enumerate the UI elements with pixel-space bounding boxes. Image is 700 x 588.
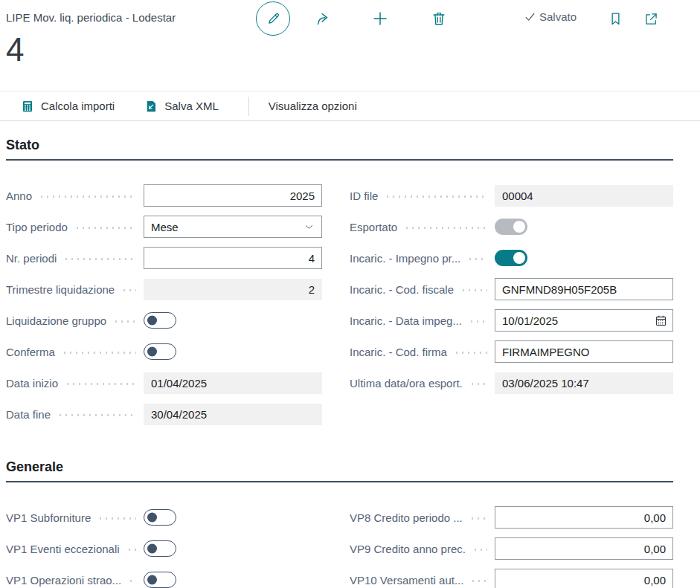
popout-icon	[643, 11, 659, 27]
field-ultima-esport: Ultima data/ora esport. 03/06/2025 10:47	[350, 367, 673, 398]
esportato-label: Esportato	[350, 221, 397, 233]
share-icon	[314, 10, 332, 28]
page-content: Stato Anno Tipo periodo Mese	[6, 121, 673, 588]
page-title: 4	[6, 31, 25, 68]
field-vp1-eventi: VP1 Eventi eccezionali	[6, 533, 322, 564]
field-trimestre: Trimestre liquidazione 2	[6, 274, 322, 305]
breadcrumb[interactable]: LIPE Mov. liq. periodica - Lodestar	[6, 11, 176, 24]
action-bar-divider	[248, 97, 249, 116]
liquidazione-gruppo-label: Liquidazione gruppo	[6, 314, 106, 327]
ultima-esport-value: 03/06/2025 10:47	[495, 372, 673, 394]
delete-button[interactable]	[429, 9, 449, 28]
bookmark-button[interactable]	[606, 9, 625, 28]
vp8-input[interactable]	[495, 506, 673, 529]
vp1-eventi-label: VP1 Eventi eccezionali	[6, 543, 120, 555]
vp8-label: VP8 Credito periodo ...	[350, 511, 463, 524]
field-id-file: ID file 00004	[350, 180, 673, 211]
field-conferma: Conferma	[6, 336, 322, 367]
nr-periodi-input[interactable]	[144, 247, 322, 269]
cod-fiscale-input[interactable]	[495, 278, 673, 300]
dotted-leader	[469, 517, 487, 520]
field-vp1-operazioni: VP1 Operazioni strao...	[6, 564, 322, 588]
dotted-leader	[472, 549, 487, 551]
dotted-leader	[469, 383, 487, 385]
saved-label: Salvato	[539, 10, 577, 23]
visualizza-opzioni-action[interactable]: Visualizza opzioni	[269, 100, 357, 112]
salva-xml-label: Salva XML	[164, 100, 219, 112]
cod-fiscale-label: Incaric. - Cod. fiscale	[350, 283, 454, 296]
section-heading-generale[interactable]: Generale	[6, 459, 673, 482]
check-icon	[524, 10, 536, 23]
nr-periodi-label: Nr. periodi	[6, 252, 57, 265]
bookmark-icon	[608, 11, 623, 27]
anno-input[interactable]	[144, 184, 322, 207]
open-in-window-button[interactable]	[641, 9, 661, 28]
vp10-label: VP10 Versamenti aut...	[350, 574, 463, 587]
calendar-button[interactable]	[652, 312, 669, 329]
dotted-leader	[57, 414, 136, 416]
calcola-importi-action[interactable]: Calcola importi	[21, 100, 115, 113]
dotted-leader	[128, 580, 136, 582]
action-bar: Calcola importi Salva XML Visualizza opz…	[0, 91, 700, 121]
conferma-toggle[interactable]	[144, 343, 176, 360]
trimestre-label: Trimestre liquidazione	[6, 283, 115, 296]
salva-xml-action[interactable]: Salva XML	[144, 100, 219, 113]
dotted-leader	[460, 289, 487, 291]
field-liquidazione-gruppo: Liquidazione gruppo	[6, 305, 322, 336]
anno-label: Anno	[6, 190, 32, 202]
id-file-value: 00004	[495, 185, 673, 207]
trash-icon	[431, 10, 447, 27]
tipo-periodo-value: Mese	[151, 221, 179, 233]
data-impegno-label: Incaric. - Data impeg...	[350, 314, 462, 327]
vp1-subforniture-toggle[interactable]	[144, 509, 176, 526]
vp1-subforniture-label: VP1 Subforniture	[6, 511, 91, 524]
field-vp10: VP10 Versamenti aut...	[350, 564, 673, 588]
data-fine-label: Data fine	[6, 408, 51, 421]
field-data-impegno: Incaric. - Data impeg...	[350, 305, 673, 336]
cod-firma-input[interactable]	[495, 340, 673, 363]
data-inizio-label: Data inizio	[6, 377, 58, 390]
tipo-periodo-select[interactable]: Mese	[144, 216, 322, 238]
id-file-label: ID file	[350, 190, 378, 202]
field-tipo-periodo: Tipo periodo Mese	[6, 211, 322, 242]
save-status: Salvato	[524, 10, 577, 23]
data-inizio-value: 01/04/2025	[144, 372, 322, 394]
calculator-icon	[21, 100, 34, 113]
vp9-input[interactable]	[495, 537, 673, 560]
field-cod-fiscale: Incaric. - Cod. fiscale	[350, 274, 673, 305]
dotted-leader	[469, 320, 487, 323]
data-impegno-input[interactable]	[495, 309, 673, 332]
data-fine-value: 30/04/2025	[144, 404, 322, 425]
vp10-input[interactable]	[495, 569, 673, 588]
share-button[interactable]	[313, 9, 333, 28]
edit-button[interactable]	[256, 1, 290, 36]
field-vp9: VP9 Credito anno prec.	[350, 533, 673, 564]
command-header: LIPE Mov. liq. periodica - Lodestar	[0, 0, 700, 37]
vp1-operazioni-toggle[interactable]	[144, 572, 176, 588]
ultima-esport-label: Ultima data/ora esport.	[350, 377, 463, 390]
dotted-leader	[404, 227, 487, 229]
field-vp8: VP8 Credito periodo ...	[350, 502, 673, 533]
dotted-leader	[470, 580, 487, 582]
dotted-leader	[63, 258, 136, 260]
new-button[interactable]	[370, 9, 390, 28]
dotted-leader	[97, 517, 136, 520]
dotted-leader	[65, 383, 136, 385]
vp9-label: VP9 Credito anno prec.	[350, 543, 466, 555]
field-cod-firma: Incaric. - Cod. firma	[350, 336, 673, 367]
dotted-leader	[467, 258, 487, 260]
dotted-leader	[113, 320, 136, 323]
dotted-leader	[39, 196, 136, 198]
field-nr-periodi: Nr. periodi	[6, 242, 322, 274]
field-esportato: Esportato	[350, 211, 673, 242]
trimestre-value: 2	[144, 279, 322, 300]
conferma-label: Conferma	[6, 346, 55, 358]
field-anno: Anno	[6, 180, 322, 211]
chevron-down-icon	[304, 222, 315, 233]
dotted-leader	[126, 549, 136, 551]
incaric-impegno-toggle[interactable]	[495, 250, 527, 266]
vp1-eventi-toggle[interactable]	[144, 540, 176, 557]
liquidazione-gruppo-toggle[interactable]	[144, 312, 176, 329]
save-xml-icon	[144, 100, 158, 113]
section-heading-stato[interactable]: Stato	[6, 138, 673, 161]
